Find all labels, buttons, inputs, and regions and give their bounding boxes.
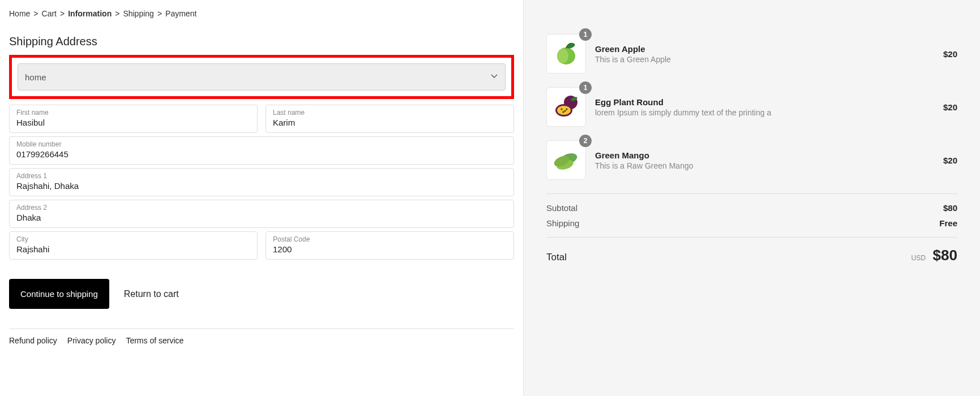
first-name-label: First name xyxy=(16,109,250,117)
cart-item-desc: This is a Raw Green Mango xyxy=(595,161,943,170)
cart-item-price: $20 xyxy=(943,49,957,59)
cart-item: 1Green AppleThis is a Green Apple$20 xyxy=(546,34,957,74)
cart-item-info: Green AppleThis is a Green Apple xyxy=(595,44,943,64)
shipping-label: Shipping xyxy=(546,218,579,228)
svg-point-5 xyxy=(557,106,571,115)
shipping-row: Shipping Free xyxy=(546,218,957,228)
total-row: Total USD $80 xyxy=(546,247,957,264)
mobile-field-wrap: Mobile number xyxy=(9,136,514,165)
cart-item-price: $20 xyxy=(943,156,957,165)
cart-item: 2Green MangoThis is a Raw Green Mango$20 xyxy=(546,140,957,180)
svg-point-7 xyxy=(564,110,566,112)
cart-thumb-wrap: 1 xyxy=(546,87,586,127)
quantity-badge: 2 xyxy=(579,135,592,147)
quantity-badge: 1 xyxy=(579,81,592,94)
cart-item-info: Green MangoThis is a Raw Green Mango xyxy=(595,150,943,170)
address1-field-wrap: Address 1 xyxy=(9,168,514,196)
shipping-value: Free xyxy=(939,218,957,228)
breadcrumb-item-payment[interactable]: Payment xyxy=(165,9,196,18)
address2-field-wrap: Address 2 xyxy=(9,200,514,228)
footer-link-privacy-policy[interactable]: Privacy policy xyxy=(67,336,116,345)
postal-input[interactable] xyxy=(273,244,507,254)
cart-thumb-wrap: 2 xyxy=(546,140,586,180)
city-field-wrap: City xyxy=(9,231,258,260)
city-input[interactable] xyxy=(16,244,250,254)
return-to-cart-link[interactable]: Return to cart xyxy=(124,289,179,299)
product-image-icon xyxy=(546,34,586,74)
breadcrumb-item-cart[interactable]: Cart xyxy=(42,9,57,18)
cart-item-desc: lorem Ipsum is simply dummy text of the … xyxy=(595,108,943,117)
last-name-field-wrap: Last name xyxy=(266,105,514,133)
address1-label: Address 1 xyxy=(16,172,507,180)
breadcrumb-separator: > xyxy=(60,9,65,18)
address2-input[interactable] xyxy=(16,213,507,222)
last-name-label: Last name xyxy=(273,109,507,117)
continue-shipping-button[interactable]: Continue to shipping xyxy=(9,279,109,309)
cart-item-info: Egg Plant Roundlorem Ipsum is simply dum… xyxy=(595,97,943,117)
product-image-icon xyxy=(546,87,586,127)
cart-item-price: $20 xyxy=(943,102,957,112)
last-name-input[interactable] xyxy=(273,118,507,127)
saved-address-select[interactable]: home xyxy=(18,63,506,91)
breadcrumb-separator: > xyxy=(33,9,38,18)
cart-thumb-wrap: 1 xyxy=(546,34,586,74)
breadcrumb-item-home[interactable]: Home xyxy=(9,9,30,18)
total-amount: $80 xyxy=(933,247,957,264)
total-currency: USD xyxy=(911,254,926,262)
cart-item: 1Egg Plant Roundlorem Ipsum is simply du… xyxy=(546,87,957,127)
footer-divider xyxy=(9,328,514,329)
breadcrumb-item-shipping[interactable]: Shipping xyxy=(123,9,154,18)
postal-field-wrap: Postal Code xyxy=(266,231,514,260)
breadcrumb: Home>Cart>Information>Shipping>Payment xyxy=(9,9,514,18)
quantity-badge: 1 xyxy=(579,28,592,41)
summary-divider xyxy=(546,193,957,194)
footer-link-terms-of-service[interactable]: Terms of service xyxy=(126,336,183,345)
first-name-input[interactable] xyxy=(16,118,250,127)
address2-label: Address 2 xyxy=(16,204,507,212)
first-name-field-wrap: First name xyxy=(9,105,258,133)
footer-link-refund-policy[interactable]: Refund policy xyxy=(9,336,57,345)
city-label: City xyxy=(16,235,250,243)
breadcrumb-separator: > xyxy=(115,9,119,18)
breadcrumb-item-information[interactable]: Information xyxy=(68,9,112,18)
svg-point-1 xyxy=(557,49,568,63)
address1-input[interactable] xyxy=(16,181,507,191)
footer-links: Refund policyPrivacy policyTerms of serv… xyxy=(9,336,514,345)
postal-label: Postal Code xyxy=(273,235,507,243)
address-select-highlight: home xyxy=(9,55,514,99)
svg-point-6 xyxy=(561,109,563,110)
summary-divider-2 xyxy=(546,237,957,238)
cart-item-title: Green Apple xyxy=(595,44,943,54)
svg-point-9 xyxy=(566,109,568,110)
breadcrumb-separator: > xyxy=(157,9,162,18)
page-title: Shipping Address xyxy=(9,35,514,48)
cart-item-title: Green Mango xyxy=(595,150,943,160)
cart-item-title: Egg Plant Round xyxy=(595,97,943,107)
svg-point-8 xyxy=(563,111,564,113)
mobile-label: Mobile number xyxy=(16,140,507,148)
mobile-input[interactable] xyxy=(16,149,507,159)
total-label: Total xyxy=(546,252,567,263)
cart-item-desc: This is a Green Apple xyxy=(595,55,943,64)
subtotal-value: $80 xyxy=(943,203,957,213)
subtotal-row: Subtotal $80 xyxy=(546,203,957,213)
product-image-icon xyxy=(546,140,586,180)
subtotal-label: Subtotal xyxy=(546,203,577,213)
